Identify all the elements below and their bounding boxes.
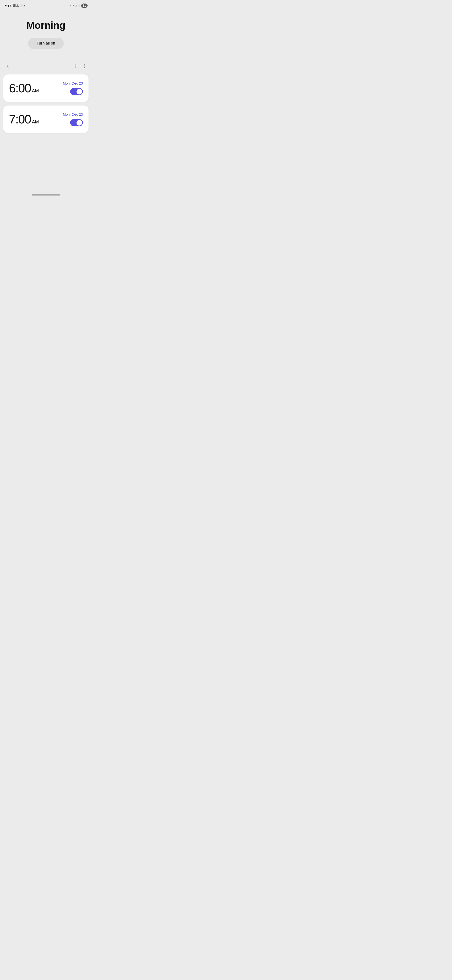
header-section: Morning Turn all off bbox=[0, 10, 92, 54]
status-time: 7:17 bbox=[4, 4, 11, 8]
battery-indicator: 31 bbox=[81, 3, 87, 8]
warning-icon: ⚠ bbox=[16, 4, 19, 7]
alarm-ampm-2: AM bbox=[32, 119, 39, 125]
screen-record-icon: ⬜ bbox=[19, 4, 23, 7]
home-indicator-bar bbox=[32, 194, 60, 196]
alarm-right-1: Mon, Dec 23 bbox=[63, 81, 83, 95]
status-bar: 7:17 🖼 ⚠ ⬜ ● 31 bbox=[0, 0, 92, 10]
svg-rect-2 bbox=[78, 5, 78, 7]
toolbar-right: + bbox=[73, 61, 86, 71]
alarm-toggle-1[interactable] bbox=[70, 88, 83, 95]
alarm-ampm-1: AM bbox=[32, 88, 39, 94]
alarm-right-2: Mon, Dec 23 bbox=[63, 112, 83, 126]
toggle-thumb-1 bbox=[76, 89, 82, 94]
dot-indicator: ● bbox=[24, 4, 25, 7]
add-alarm-button[interactable]: + bbox=[73, 61, 79, 71]
turn-all-off-button[interactable]: Turn all off bbox=[28, 38, 63, 49]
toggle-track-1 bbox=[70, 88, 83, 95]
svg-rect-3 bbox=[79, 4, 79, 7]
signal-icon bbox=[76, 4, 80, 7]
status-icons: 🖼 ⚠ ⬜ ● bbox=[13, 4, 25, 7]
svg-rect-0 bbox=[76, 6, 76, 7]
toolbar: ‹ + bbox=[0, 57, 92, 75]
alarm-list: 6:00 AM Mon, Dec 23 7:00 AM Mon, Dec 23 bbox=[0, 75, 92, 133]
alarm-hour-1: 6:00 bbox=[9, 81, 31, 95]
more-dots-icon bbox=[84, 64, 85, 68]
alarm-date-1: Mon, Dec 23 bbox=[63, 81, 83, 85]
alarm-time-2: 7:00 AM bbox=[9, 112, 39, 126]
svg-rect-1 bbox=[76, 5, 77, 7]
chevron-left-icon: ‹ bbox=[6, 62, 9, 70]
alarm-card-1[interactable]: 6:00 AM Mon, Dec 23 bbox=[3, 75, 89, 102]
alarm-card-2[interactable]: 7:00 AM Mon, Dec 23 bbox=[3, 105, 89, 133]
alarm-date-2: Mon, Dec 23 bbox=[63, 112, 83, 116]
page-title: Morning bbox=[26, 20, 65, 31]
alarm-time-1: 6:00 AM bbox=[9, 81, 39, 95]
photo-icon: 🖼 bbox=[13, 4, 16, 7]
plus-icon: + bbox=[74, 62, 78, 70]
toggle-track-2 bbox=[70, 119, 83, 126]
home-indicator bbox=[0, 192, 92, 199]
status-left: 7:17 🖼 ⚠ ⬜ ● bbox=[4, 4, 25, 8]
toggle-thumb-2 bbox=[76, 120, 82, 126]
status-right: 31 bbox=[70, 3, 87, 8]
back-button[interactable]: ‹ bbox=[6, 62, 10, 71]
alarm-toggle-2[interactable] bbox=[70, 119, 83, 126]
alarm-hour-2: 7:00 bbox=[9, 112, 31, 126]
bottom-space bbox=[0, 133, 92, 192]
wifi-icon bbox=[70, 4, 74, 7]
more-options-button[interactable] bbox=[83, 63, 86, 69]
